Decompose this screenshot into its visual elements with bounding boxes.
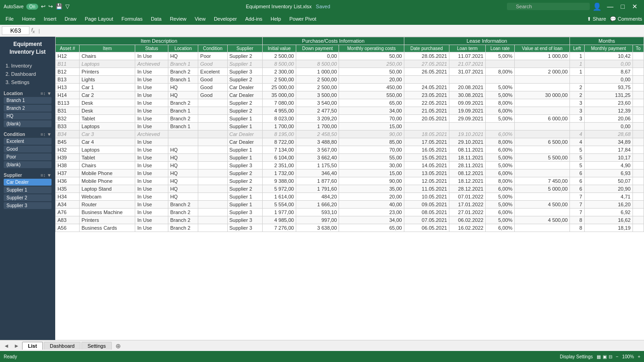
table-row[interactable]: H35Laptop StandIn UseHQSupplier 25 972,0…: [56, 185, 644, 193]
zoom-minus[interactable]: −: [616, 354, 619, 359]
location-sort-icon[interactable]: ≡↕: [40, 91, 46, 96]
share-button[interactable]: ⬆ Share: [587, 16, 606, 22]
table-row[interactable]: H36Mobile PhoneIn UseHQSupplier 29 388,0…: [56, 177, 644, 185]
search-input[interactable]: [507, 3, 590, 10]
menu-item-data[interactable]: Data: [147, 15, 165, 23]
table-row[interactable]: B34Car 3ArchievedCar Dealer8 195,002 458…: [56, 130, 644, 138]
condition-excelent[interactable]: Excelent: [4, 138, 52, 145]
menu-item-file[interactable]: File: [2, 15, 17, 23]
menu-item-developer[interactable]: Developer: [210, 15, 241, 23]
condition-blank[interactable]: (blank): [4, 161, 52, 168]
sheet-nav-next[interactable]: ►: [12, 343, 21, 349]
table-row[interactable]: B32TabletIn UseBranch 2Supplier 18 023,0…: [56, 115, 644, 123]
table-row[interactable]: H37Mobile PhoneIn UseHQSupplier 21 732,0…: [56, 170, 644, 177]
condition-poor[interactable]: Poor: [4, 153, 52, 160]
sidebar-nav-inventory[interactable]: 1. Inventory: [4, 62, 52, 70]
main-layout: EquipmentInventory List 1. Inventory 2. …: [0, 37, 644, 340]
menu-item-view[interactable]: View: [191, 15, 209, 23]
table-row[interactable]: H14Car 2In UseHQGoodCar Dealer35 000,003…: [56, 91, 644, 99]
sheet-tab-dashboard[interactable]: Dashboard: [44, 342, 80, 350]
sidebar-nav-dashboard[interactable]: 2. Dashboard: [4, 70, 52, 78]
table-row[interactable]: B11LaptopsArchievedBranch 1GoodSupplier …: [56, 60, 644, 68]
sheet-tab-settings[interactable]: Settings: [81, 342, 112, 350]
zoom-plus[interactable]: +: [638, 354, 640, 359]
location-hq[interactable]: HQ: [4, 113, 52, 119]
table-row[interactable]: H38ChairsIn UseHQSupplier 32 351,001 175…: [56, 162, 644, 170]
maximize-button[interactable]: □: [618, 3, 627, 10]
table-row[interactable]: B13LightsIn UseBranch 1GoodSupplier 22 5…: [56, 76, 644, 84]
save-icon[interactable]: 💾: [56, 3, 63, 10]
display-settings[interactable]: Display Settings: [560, 354, 593, 359]
header-months: Months: [570, 37, 644, 45]
menu-item-formulas[interactable]: Formulas: [118, 15, 146, 23]
menu-item-add-ins[interactable]: Add-ins: [242, 15, 266, 23]
menu-item-power-pivot[interactable]: Power Pivot: [286, 15, 320, 23]
supplier-car-dealer[interactable]: Car Dealer: [4, 179, 52, 186]
table-row[interactable]: A83PrintersIn UseBranch 2Supplier 34 985…: [56, 216, 644, 224]
comments-button[interactable]: 💬 Comments: [610, 16, 642, 22]
condition-filter-icons: ≡↕ ▼: [40, 132, 52, 137]
profile-icon[interactable]: 👤: [592, 2, 602, 11]
formula-input[interactable]: [44, 28, 643, 34]
table-row[interactable]: A56Business CardsIn UseBranch 2Supplier …: [56, 224, 644, 232]
supplier-filter-label: Supplier: [4, 173, 22, 178]
location-filter-icon[interactable]: ▼: [47, 91, 52, 96]
supplier-1[interactable]: Supplier 1: [4, 187, 52, 193]
table-row[interactable]: B113DeskIn UseBranch 2Supplier 27 080,00…: [56, 99, 644, 107]
table-row[interactable]: B12PrintersIn UseBranch 2ExcelentSupplie…: [56, 68, 644, 76]
condition-sort-icon[interactable]: ≡↕: [40, 132, 46, 137]
location-filter-header: Location ≡↕ ▼: [4, 91, 52, 96]
sheet-tab-list[interactable]: List: [22, 342, 43, 350]
menu-item-page-layout[interactable]: Page Layout: [81, 15, 117, 23]
normal-view-icon[interactable]: ▦: [597, 354, 601, 359]
title-bar: AutoSave On ↩ ↪ 💾 ▽ Equipment Inventory …: [0, 0, 644, 13]
supplier-3[interactable]: Supplier 3: [4, 202, 52, 209]
formula-bar: fx |: [0, 25, 644, 37]
location-filter-icons: ≡↕ ▼: [40, 91, 52, 96]
menu-item-insert[interactable]: Insert: [40, 15, 60, 23]
condition-good[interactable]: Good: [4, 146, 52, 153]
location-branch1[interactable]: Branch 1: [4, 97, 52, 104]
menu-right: ⬆ Share 💬 Comments: [587, 16, 642, 22]
cell-reference[interactable]: [2, 26, 29, 35]
menu-item-review[interactable]: Review: [166, 15, 190, 23]
location-branch2[interactable]: Branch 2: [4, 105, 52, 112]
table-row[interactable]: A34RouterIn UseBranch 2Supplier 15 554,0…: [56, 201, 644, 209]
supplier-filter-icon[interactable]: ▼: [47, 173, 52, 178]
add-sheet-button[interactable]: ⊕: [113, 342, 124, 350]
menu-item-help[interactable]: Help: [267, 15, 285, 23]
location-blank[interactable]: (blank): [4, 120, 52, 127]
table-row[interactable]: A76Business MachineIn UseBranch 2Supplie…: [56, 209, 644, 216]
minimize-button[interactable]: —: [604, 3, 616, 10]
spreadsheet-area[interactable]: Item Description Purchase/Costs Informat…: [55, 37, 644, 340]
table-row[interactable]: B45Car 4In UseCar Dealer8 722,003 488,80…: [56, 138, 644, 146]
table-row[interactable]: H12ChairsIn UseHQPoorSupplier 22 500,000…: [56, 52, 644, 60]
table-row[interactable]: H39TabletIn UseHQSupplier 16 104,003 662…: [56, 154, 644, 162]
supplier-sort-icon[interactable]: ≡↕: [40, 173, 46, 178]
col-status: Status: [135, 45, 168, 52]
table-row[interactable]: H13Car 1In UseHQGoodCar Dealer25 000,002…: [56, 84, 644, 91]
undo-icon[interactable]: ↩: [41, 3, 46, 10]
filename: Equipment Inventory List.xlsx: [246, 4, 311, 9]
sidebar-nav-settings[interactable]: 3. Settings: [4, 78, 52, 86]
redo-icon[interactable]: ↪: [48, 3, 53, 10]
page-layout-icon[interactable]: ▣: [603, 354, 607, 359]
close-button[interactable]: ✕: [629, 3, 640, 10]
table-row[interactable]: B31DeskIn UseBranch 1Supplier 24 955,002…: [56, 107, 644, 115]
table-row[interactable]: B33LaptopsIn UseBranch 1Supplier 11 700,…: [56, 123, 644, 130]
menu-bar: FileHomeInsertDrawPage LayoutFormulasDat…: [0, 13, 644, 25]
sheet-nav-prev[interactable]: ◄: [2, 343, 11, 349]
table-row[interactable]: H34WebcamIn UseHQSupplier 11 614,00484,2…: [56, 193, 644, 201]
autosave-toggle[interactable]: On: [26, 4, 38, 10]
menu-item-home[interactable]: Home: [18, 15, 39, 23]
title-bar-right: 👤 — □ ✕: [507, 2, 640, 11]
status-bar: Ready Display Settings ▦ ▣ ⊟ − 100% +: [0, 351, 644, 362]
menu-item-draw[interactable]: Draw: [61, 15, 80, 23]
supplier-2[interactable]: Supplier 2: [4, 194, 52, 201]
zoom-level: 100%: [622, 354, 634, 359]
condition-filter-icon[interactable]: ▼: [47, 132, 52, 137]
customize-icon[interactable]: ▽: [65, 3, 69, 10]
col-monthly-pay: Monthly payment: [584, 45, 632, 52]
page-break-icon[interactable]: ⊟: [609, 354, 612, 359]
table-row[interactable]: H32LaptopsIn UseHQSupplier 17 134,003 56…: [56, 146, 644, 154]
